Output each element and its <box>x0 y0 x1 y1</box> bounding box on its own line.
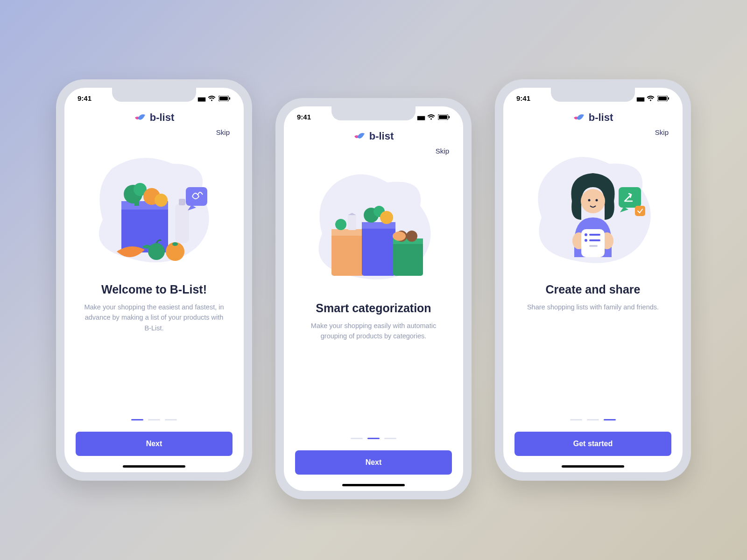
svg-rect-25 <box>362 222 395 229</box>
signal-icon <box>636 94 644 102</box>
onboarding-illustration-3 <box>503 147 683 273</box>
phone-mockup-2: 9:41 b-list Skip <box>275 98 472 499</box>
onboarding-title: Smart categorization <box>284 301 463 315</box>
next-button[interactable]: Next <box>76 432 233 456</box>
status-right <box>636 94 669 102</box>
svg-rect-10 <box>175 203 189 243</box>
svg-rect-18 <box>449 116 450 118</box>
svg-rect-22 <box>348 215 356 230</box>
svg-rect-11 <box>179 199 185 205</box>
dot-1[interactable] <box>131 419 143 420</box>
battery-icon <box>438 114 450 120</box>
brand: b-list <box>64 112 244 124</box>
svg-rect-49 <box>635 206 645 216</box>
wifi-icon <box>427 114 435 120</box>
skip-button[interactable]: Skip <box>216 128 230 136</box>
get-started-button[interactable]: Get started <box>514 432 671 456</box>
brand-name: b-list <box>150 112 175 124</box>
onboarding-subtitle: Share shopping lists with family and fri… <box>503 302 683 312</box>
battery-icon <box>218 96 231 101</box>
onboarding-illustration-1 <box>64 147 244 273</box>
logo-icon <box>573 112 585 123</box>
svg-rect-44 <box>589 234 600 236</box>
logo-icon <box>134 112 146 123</box>
svg-point-33 <box>393 231 406 241</box>
dot-1[interactable] <box>351 438 363 439</box>
svg-point-21 <box>335 219 346 230</box>
dot-3[interactable] <box>384 438 396 439</box>
battery-icon <box>657 96 669 101</box>
dot-2[interactable] <box>148 419 160 420</box>
svg-rect-12 <box>186 187 207 206</box>
brand: b-list <box>284 130 463 142</box>
brand-name: b-list <box>589 112 613 124</box>
phone-mockup-1: 9:41 b-list Skip <box>56 79 252 481</box>
svg-point-9 <box>155 194 168 207</box>
dot-3[interactable] <box>165 419 177 420</box>
status-time: 9:41 <box>516 94 530 102</box>
svg-point-13 <box>148 243 165 260</box>
notch <box>112 88 196 102</box>
page-indicator <box>503 405 683 420</box>
screen-3: 9:41 b-list Skip <box>503 88 683 472</box>
svg-point-39 <box>596 199 598 202</box>
wifi-icon <box>647 96 655 101</box>
svg-rect-35 <box>658 97 667 100</box>
svg-point-38 <box>588 199 591 202</box>
svg-point-45 <box>585 239 587 242</box>
wifi-icon <box>208 96 216 101</box>
svg-rect-24 <box>362 222 395 276</box>
brand-name: b-list <box>369 130 394 142</box>
svg-rect-19 <box>331 229 364 276</box>
svg-rect-36 <box>668 97 669 99</box>
screen-2: 9:41 b-list Skip <box>284 106 463 491</box>
dot-1[interactable] <box>570 419 582 420</box>
phone-mockup-3: 9:41 b-list Skip <box>495 79 691 481</box>
svg-rect-2 <box>229 97 230 99</box>
svg-rect-20 <box>331 229 364 236</box>
onboarding-title: Welcome to B-List! <box>64 283 244 296</box>
page-indicator <box>284 424 463 439</box>
svg-rect-46 <box>589 239 600 241</box>
status-right <box>197 94 231 102</box>
svg-point-37 <box>581 189 605 213</box>
dot-2[interactable] <box>367 438 380 439</box>
status-time: 9:41 <box>297 113 311 121</box>
dot-3[interactable] <box>604 419 616 420</box>
svg-rect-42 <box>581 229 605 257</box>
brand: b-list <box>503 112 683 124</box>
home-indicator[interactable] <box>342 484 405 486</box>
svg-rect-17 <box>439 115 447 119</box>
screen-1: 9:41 b-list Skip <box>64 88 244 472</box>
status-right <box>417 113 450 121</box>
svg-point-15 <box>172 242 178 246</box>
page-indicator <box>64 405 244 420</box>
svg-point-28 <box>380 211 393 224</box>
signal-icon <box>417 113 424 121</box>
dot-2[interactable] <box>587 419 599 420</box>
svg-rect-1 <box>219 97 228 100</box>
notch <box>331 106 416 120</box>
notch <box>551 88 635 102</box>
signal-icon <box>197 94 205 102</box>
svg-rect-47 <box>589 245 598 247</box>
onboarding-illustration-2 <box>284 166 463 292</box>
onboarding-subtitle: Make your shopping easily with automatic… <box>284 321 463 342</box>
svg-rect-7 <box>134 196 139 206</box>
logo-icon <box>353 131 366 142</box>
svg-point-43 <box>585 233 587 236</box>
skip-button[interactable]: Skip <box>436 147 449 155</box>
svg-point-32 <box>406 231 417 242</box>
onboarding-title: Create and share <box>503 283 683 296</box>
status-time: 9:41 <box>78 94 92 102</box>
next-button[interactable]: Next <box>295 450 452 475</box>
onboarding-subtitle: Make your shopping the easiest and faste… <box>64 302 244 333</box>
home-indicator[interactable] <box>562 465 624 468</box>
skip-button[interactable]: Skip <box>655 128 669 136</box>
home-indicator[interactable] <box>123 465 185 468</box>
